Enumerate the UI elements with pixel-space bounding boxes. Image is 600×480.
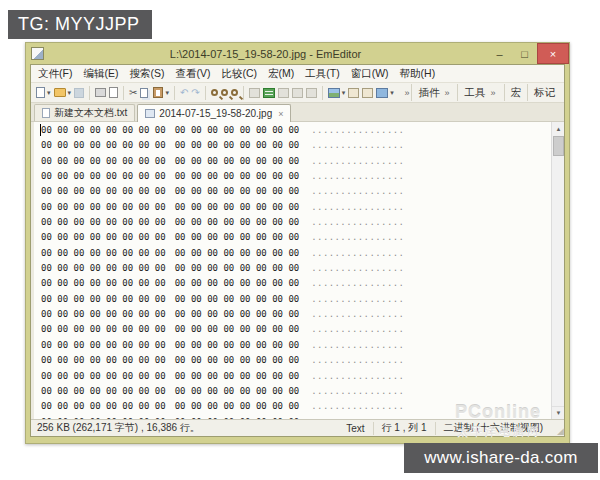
- hex-view[interactable]: 00 00 00 00 00 00 00 0000 00 00 00 00 00…: [31, 122, 551, 419]
- macro-label: 宏: [511, 86, 522, 100]
- resize-grip[interactable]: ◢: [551, 421, 564, 436]
- menu-search[interactable]: 搜索(S): [129, 67, 164, 81]
- toolbar-separator: [205, 86, 206, 100]
- scrollbar-thumb[interactable]: [553, 136, 564, 156]
- redo-icon[interactable]: ↷: [191, 88, 199, 98]
- minimize-button[interactable]: –: [487, 43, 512, 64]
- menu-file[interactable]: 文件(F): [38, 67, 72, 81]
- status-file-info: 256 KB (262,171 字节) , 16,386 行。: [31, 421, 200, 435]
- hex-row: 00 00 00 00 00 00 00 0000 00 00 00 00 00…: [41, 353, 551, 368]
- toolbar-separator: [89, 86, 90, 100]
- window-controls: – □ ×: [487, 43, 569, 64]
- tab-jpg-file[interactable]: 2014-07-15_19-58-20.jpg ×: [137, 104, 291, 122]
- plugins-toolbar[interactable]: 插件 »: [411, 84, 457, 101]
- menu-bar: 文件(F) 编辑(E) 搜索(S) 查看(V) 比较(C) 宏(M) 工具(T)…: [31, 65, 564, 82]
- print-preview-icon[interactable]: [109, 87, 118, 98]
- tools-label: 工具: [464, 86, 485, 100]
- snippet-icon[interactable]: [348, 88, 359, 98]
- title-bar[interactable]: L:\2014-07-15_19-58-20.jpg - EmEditor – …: [26, 43, 569, 64]
- find-icon[interactable]: [211, 89, 218, 96]
- tools-toolbar[interactable]: 工具 »: [457, 84, 503, 101]
- theme-icon[interactable]: [328, 88, 340, 98]
- maximize-button[interactable]: □: [512, 43, 537, 64]
- cut-icon[interactable]: ✂: [129, 88, 137, 98]
- replace-icon[interactable]: [231, 89, 238, 96]
- hex-rows: 00 00 00 00 00 00 00 0000 00 00 00 00 00…: [41, 123, 551, 419]
- hex-row: 00 00 00 00 00 00 00 0000 00 00 00 00 00…: [41, 154, 551, 169]
- plugins-overflow-chevron[interactable]: »: [442, 88, 451, 98]
- window-body: 文件(F) 编辑(E) 搜索(S) 查看(V) 比较(C) 宏(M) 工具(T)…: [30, 64, 565, 437]
- full-view-icon[interactable]: [306, 88, 317, 98]
- menu-edit[interactable]: 编辑(E): [83, 67, 118, 81]
- undo-icon[interactable]: ↶: [180, 88, 188, 98]
- outline-icon[interactable]: [362, 88, 373, 98]
- paste-icon[interactable]: [153, 87, 163, 98]
- marks-toolbar[interactable]: 标记: [527, 84, 561, 101]
- print-icon[interactable]: [95, 88, 106, 97]
- hex-row: 00 00 00 00 00 00 00 0000 00 00 00 00 00…: [41, 399, 551, 414]
- open-file-icon[interactable]: [54, 88, 66, 97]
- hex-row: 00 00 00 00 00 00 00 0000 00 00 00 00 00…: [41, 338, 551, 353]
- status-encoding[interactable]: 二进制 (十六进制视图): [435, 422, 551, 435]
- hex-row: 00 00 00 00 00 00 00 0000 00 00 00 00 00…: [41, 215, 551, 230]
- menu-help[interactable]: 帮助(H): [400, 67, 436, 81]
- toolbar-separator: [243, 86, 244, 100]
- hex-row: 00 00 00 00 00 00 00 0000 00 00 00 00 00…: [41, 369, 551, 384]
- text-caret: [40, 124, 41, 136]
- status-cursor-position[interactable]: 行 1 , 列 1: [373, 422, 435, 435]
- hex-row: 00 00 00 00 00 00 00 0000 00 00 00 00 00…: [41, 138, 551, 153]
- new-file-icon[interactable]: [36, 87, 45, 98]
- editor-content: 00 00 00 00 00 00 00 0000 00 00 00 00 00…: [31, 122, 564, 419]
- text-file-icon: [42, 108, 50, 118]
- open-file-dropdown-icon[interactable]: ▾: [68, 89, 72, 97]
- copy-icon[interactable]: [140, 88, 148, 98]
- hex-row: 00 00 00 00 00 00 00 0000 00 00 00 00 00…: [41, 184, 551, 199]
- macro-toolbar[interactable]: 宏: [504, 84, 528, 101]
- marks-label: 标记: [534, 86, 555, 100]
- hex-view-icon[interactable]: [263, 88, 275, 98]
- new-file-dropdown-icon[interactable]: ▾: [47, 89, 51, 97]
- tab-label: 2014-07-15_19-58-20.jpg: [159, 108, 272, 119]
- hex-row: 00 00 00 00 00 00 00 0000 00 00 00 00 00…: [41, 384, 551, 399]
- hex-row: 00 00 00 00 00 00 00 0000 00 00 00 00 00…: [41, 292, 551, 307]
- menu-compare[interactable]: 比较(C): [221, 67, 257, 81]
- scroll-up-icon[interactable]: ▲: [552, 122, 564, 135]
- toolbar-separator: [174, 86, 175, 100]
- image-file-icon: [145, 109, 155, 118]
- scroll-down-icon[interactable]: ▼: [552, 406, 564, 419]
- status-mode[interactable]: Text: [338, 422, 372, 435]
- menu-window[interactable]: 窗口(W): [351, 67, 389, 81]
- site-watermark-label: www.ishare-da.com: [404, 443, 598, 473]
- wrap-view-icon[interactable]: [278, 88, 289, 98]
- paste-dropdown-icon[interactable]: ▾: [165, 89, 169, 97]
- plugins-label: 插件: [418, 86, 439, 100]
- compare-icon[interactable]: [249, 88, 260, 98]
- menu-tools[interactable]: 工具(T): [305, 67, 339, 81]
- tab-label: 新建文本文档.txt: [54, 106, 127, 120]
- emeditor-app-icon: [31, 47, 44, 60]
- hex-row: 00 00 00 00 00 00 00 0000 00 00 00 00 00…: [41, 307, 551, 322]
- theme-dropdown-icon[interactable]: ▾: [342, 89, 346, 97]
- emeditor-window: L:\2014-07-15_19-58-20.jpg - EmEditor – …: [25, 42, 570, 444]
- window-title: L:\2014-07-15_19-58-20.jpg - EmEditor: [44, 48, 487, 60]
- tab-bar: 新建文本文档.txt 2014-07-15_19-58-20.jpg ×: [31, 103, 564, 122]
- macro-dropdown-icon[interactable]: ▾: [390, 89, 394, 97]
- hex-row: 00 00 00 00 00 00 00 0000 00 00 00 00 00…: [41, 123, 551, 138]
- tg-watermark-label: TG: MYYJJPP: [8, 10, 152, 39]
- vertical-scrollbar[interactable]: ▲ ▼: [551, 122, 564, 419]
- split-view-icon[interactable]: [292, 88, 303, 98]
- menu-macro[interactable]: 宏(M): [268, 67, 294, 81]
- toolbar-separator: [322, 86, 323, 100]
- tools-overflow-chevron[interactable]: »: [488, 88, 497, 98]
- hex-row: 00 00 00 00 00 00 00 0000 00 00 00 00 00…: [41, 230, 551, 245]
- menu-view[interactable]: 查看(V): [175, 67, 210, 81]
- record-macro-icon[interactable]: [376, 88, 388, 98]
- close-button[interactable]: ×: [537, 43, 569, 64]
- find-in-files-icon[interactable]: [221, 89, 228, 96]
- tab-close-icon[interactable]: ×: [278, 109, 283, 119]
- tab-new-text-document[interactable]: 新建文本文档.txt: [34, 104, 135, 121]
- save-icon[interactable]: [74, 88, 84, 98]
- toolbar-overflow-chevron[interactable]: »: [402, 88, 411, 98]
- toolbar: ▾ ▾ ✂ ▾ ↶ ↷: [31, 82, 564, 103]
- toolbar-right-group: » 插件 » 工具 » 宏 标记: [402, 84, 561, 101]
